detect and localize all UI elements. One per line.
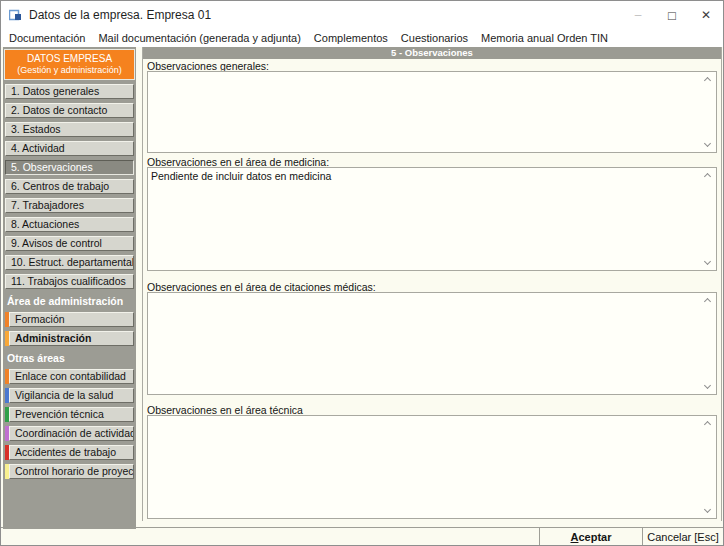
field-label: Observaciones generales: bbox=[147, 61, 717, 71]
observation-textarea[interactable] bbox=[147, 71, 717, 153]
sidebar-item[interactable]: 6. Centros de trabajo bbox=[5, 179, 134, 194]
observation-fields: Observaciones generales:Observaciones en… bbox=[147, 61, 717, 519]
content-area: DATOS EMPRESA (Gestión y administración)… bbox=[1, 47, 723, 545]
observation-field: Observaciones en el área de citaciones m… bbox=[147, 282, 717, 395]
sidebar-item[interactable]: Accidentes de trabajo bbox=[5, 445, 134, 460]
sidebar-item[interactable]: 9. Avisos de control bbox=[5, 236, 134, 251]
sidebar-item[interactable]: 1. Datos generales bbox=[5, 84, 134, 99]
field-label: Observaciones en el área de citaciones m… bbox=[147, 282, 717, 292]
sidebar-item-label: Prevención técnica bbox=[9, 407, 134, 422]
sidebar-header: DATOS EMPRESA (Gestión y administración) bbox=[4, 49, 135, 80]
sidebar-item[interactable]: Vigilancia de la salud bbox=[5, 388, 134, 403]
section-header: 5 - Observaciones bbox=[143, 47, 721, 59]
menu-item[interactable]: Cuestionarios bbox=[401, 32, 468, 44]
app-window: Datos de la empresa. Empresa 01 – □ ✕ Do… bbox=[0, 0, 724, 546]
sidebar-item-label: Control horario de proyectos bbox=[9, 464, 134, 479]
sidebar-item[interactable]: 4. Actividad bbox=[5, 141, 134, 156]
sidebar-item[interactable]: 3. Estados bbox=[5, 122, 134, 137]
window-title: Datos de la empresa. Empresa 01 bbox=[29, 8, 621, 22]
sidebar-item-label: Coordinación de actividades bbox=[9, 426, 134, 441]
menu-item[interactable]: Memoria anual Orden TIN bbox=[481, 32, 608, 44]
field-label: Observaciones en el área de medicina: bbox=[147, 157, 717, 167]
menu-item[interactable]: Complementos bbox=[314, 32, 388, 44]
scroll-down-icon[interactable] bbox=[704, 258, 711, 265]
footer-bar: Aceptar Cancelar [Esc] bbox=[1, 527, 723, 546]
sidebar-item[interactable]: 5. Observaciones bbox=[5, 160, 134, 175]
sidebar-item[interactable]: 11. Trabajos cualificados bbox=[5, 274, 134, 289]
sidebar-item[interactable]: Formación bbox=[5, 312, 134, 327]
menu-item[interactable]: Documentación bbox=[9, 32, 85, 44]
scroll-up-icon[interactable] bbox=[704, 173, 711, 180]
sidebar-header-line2: (Gestión y administración) bbox=[5, 65, 134, 76]
window-controls: – □ ✕ bbox=[621, 1, 723, 29]
sidebar-item[interactable]: 2. Datos de contacto bbox=[5, 103, 134, 118]
scroll-up-icon[interactable] bbox=[704, 421, 711, 428]
sidebar-item[interactable]: Coordinación de actividades bbox=[5, 426, 134, 441]
maximize-icon[interactable]: □ bbox=[655, 1, 689, 29]
sidebar-item[interactable]: Prevención técnica bbox=[5, 407, 134, 422]
observation-field: Observaciones generales: bbox=[147, 61, 717, 153]
menu-bar: DocumentaciónMail documentación (generad… bbox=[1, 29, 723, 46]
app-icon bbox=[9, 9, 22, 22]
sidebar-item[interactable]: 10. Estruct. departamental bbox=[5, 255, 134, 270]
sidebar-item[interactable]: Control horario de proyectos bbox=[5, 464, 134, 479]
close-icon[interactable]: ✕ bbox=[689, 1, 723, 29]
sidebar-item[interactable]: 7. Trabajadores bbox=[5, 198, 134, 213]
observation-field: Observaciones en el área técnica bbox=[147, 405, 717, 519]
sidebar-section-admin: Área de administración bbox=[7, 295, 136, 308]
sidebar-nav: 1. Datos generales2. Datos de contacto3.… bbox=[3, 84, 136, 289]
sidebar-section-otras: Otras áreas bbox=[7, 352, 136, 365]
sidebar-item-label: Formación bbox=[9, 312, 134, 327]
sidebar: DATOS EMPRESA (Gestión y administración)… bbox=[3, 47, 136, 529]
scroll-up-icon[interactable] bbox=[704, 298, 711, 305]
sidebar-item[interactable]: Administración bbox=[5, 331, 134, 346]
observation-textarea[interactable] bbox=[147, 415, 717, 519]
observation-field: Observaciones en el área de medicina:Pen… bbox=[147, 157, 717, 271]
cancel-button[interactable]: Cancelar [Esc] bbox=[642, 528, 723, 546]
scroll-up-icon[interactable] bbox=[704, 77, 711, 84]
sidebar-item-label: Accidentes de trabajo bbox=[9, 445, 134, 460]
sidebar-item-label: Administración bbox=[9, 331, 134, 346]
sidebar-item[interactable]: 8. Actuaciones bbox=[5, 217, 134, 232]
scroll-down-icon[interactable] bbox=[704, 382, 711, 389]
accept-button[interactable]: Aceptar bbox=[539, 528, 642, 546]
observation-textarea[interactable] bbox=[147, 292, 717, 395]
sidebar-item-label: Enlace con contabilidad bbox=[9, 369, 134, 384]
sidebar-other-items: Enlace con contabilidadVigilancia de la … bbox=[3, 369, 136, 479]
sidebar-admin-items: FormaciónAdministración bbox=[3, 312, 136, 346]
minimize-icon[interactable]: – bbox=[621, 1, 655, 29]
menu-item[interactable]: Mail documentación (generada y adjunta) bbox=[98, 32, 300, 44]
title-bar: Datos de la empresa. Empresa 01 – □ ✕ bbox=[1, 1, 723, 29]
field-label: Observaciones en el área técnica bbox=[147, 405, 717, 415]
sidebar-item-label: Vigilancia de la salud bbox=[9, 388, 134, 403]
sidebar-item[interactable]: Enlace con contabilidad bbox=[5, 369, 134, 384]
scroll-down-icon[interactable] bbox=[704, 506, 711, 513]
observation-textarea[interactable]: Pendiente de incluir datos en medicina bbox=[147, 167, 717, 271]
sidebar-header-line1: DATOS EMPRESA bbox=[5, 53, 134, 65]
scroll-down-icon[interactable] bbox=[704, 140, 711, 147]
main-panel: 5 - Observaciones Observaciones generale… bbox=[142, 47, 722, 521]
